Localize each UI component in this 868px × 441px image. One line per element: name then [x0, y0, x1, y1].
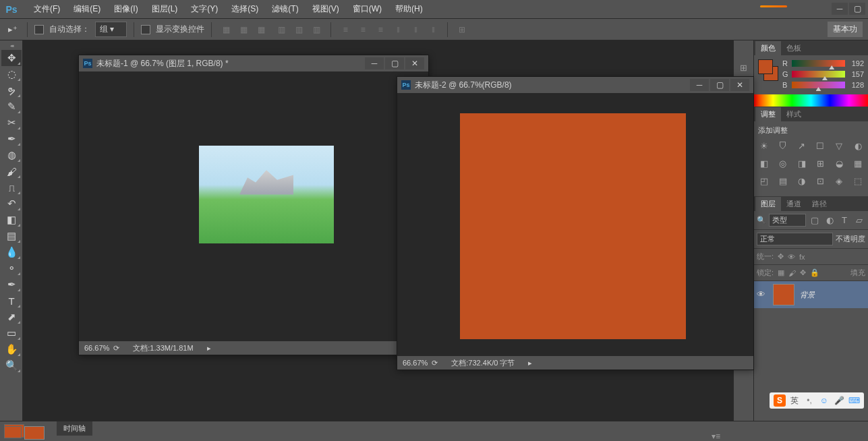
g-slider[interactable]: [792, 71, 845, 78]
move-tool[interactable]: ✥: [1, 50, 22, 66]
healing-brush-tool[interactable]: ◍: [1, 147, 22, 163]
shape-tool[interactable]: ▭: [1, 325, 22, 341]
align-right-edges-button[interactable]: ▥: [309, 23, 324, 36]
invert-icon[interactable]: ◒: [833, 157, 845, 169]
blend-mode-dropdown[interactable]: 正常: [757, 233, 833, 245]
rotate-icon[interactable]: ⟳: [113, 344, 119, 353]
lock-position-icon[interactable]: ✥: [800, 268, 806, 277]
menu-filter[interactable]: 滤镜(T): [265, 1, 305, 18]
distribute-top-button[interactable]: ≡: [338, 23, 353, 36]
filter-img-icon[interactable]: ▢: [809, 214, 821, 227]
workspace-selector[interactable]: 基本功: [828, 22, 863, 37]
dodge-tool[interactable]: ⚬: [1, 260, 22, 276]
layer-filter-dropdown[interactable]: 类型: [769, 214, 806, 227]
doc1-minimize-button[interactable]: ─: [365, 57, 384, 69]
vibrance-icon[interactable]: ▽: [833, 140, 845, 152]
tab-layers[interactable]: 图层: [755, 197, 781, 211]
ime-emoji-icon[interactable]: ☺: [818, 394, 830, 407]
doc2-titlebar[interactable]: Ps 未标题-2 @ 66.7%(RGB/8) ─ ▢ ✕: [397, 77, 753, 93]
eraser-tool[interactable]: ◧: [1, 212, 22, 228]
tab-channels[interactable]: 通道: [781, 197, 807, 211]
auto-select-dropdown[interactable]: 组 ▾: [95, 22, 127, 37]
marquee-tool[interactable]: ◌: [1, 66, 22, 82]
tab-swatches[interactable]: 色板: [781, 41, 807, 55]
lasso-tool[interactable]: ຯ: [1, 82, 22, 98]
channel-mixer-icon[interactable]: ◨: [796, 157, 808, 169]
ime-mic-icon[interactable]: 🎤: [833, 394, 845, 407]
r-slider[interactable]: [792, 60, 845, 67]
menu-layer[interactable]: 图层(L): [145, 1, 185, 18]
doc2-minimize-button[interactable]: ─: [690, 79, 709, 91]
document-window-1[interactable]: Ps 未标题-1 @ 66.7% (图层 1, RGB/8) * ─ ▢ ✕ 6…: [78, 55, 429, 355]
brightness-icon[interactable]: ☀: [758, 140, 770, 152]
layer-background[interactable]: 👁 背景: [754, 281, 868, 308]
brush-tool[interactable]: 🖌: [1, 163, 22, 179]
type-tool[interactable]: T: [1, 293, 22, 309]
menu-select[interactable]: 选择(S): [225, 1, 265, 18]
align-hcenter-button[interactable]: ▥: [291, 23, 306, 36]
doc1-zoom[interactable]: 66.67%: [84, 344, 109, 352]
doc2-close-button[interactable]: ✕: [730, 79, 749, 91]
menu-file[interactable]: 文件(F): [27, 1, 67, 18]
b-slider[interactable]: [792, 82, 845, 88]
b-value[interactable]: 128: [848, 81, 864, 89]
align-vcenter-button[interactable]: ▦: [236, 23, 251, 36]
distribute-right-button[interactable]: ⦀: [426, 23, 440, 36]
hand-tool[interactable]: ✋: [1, 341, 22, 357]
path-select-tool[interactable]: ⬈: [1, 309, 22, 325]
r-value[interactable]: 192: [848, 59, 864, 67]
ime-keyboard-icon[interactable]: ⌨: [848, 394, 860, 407]
eyedropper-tool[interactable]: ✒: [1, 131, 22, 147]
menu-view[interactable]: 视图(V): [306, 1, 346, 18]
filter-type-icon[interactable]: T: [838, 214, 850, 227]
rotate-icon[interactable]: ⟳: [432, 359, 438, 368]
menu-edit[interactable]: 编辑(E): [67, 1, 107, 18]
history-brush-tool[interactable]: ↶: [1, 196, 22, 212]
tab-styles[interactable]: 样式: [781, 107, 807, 121]
filmstrip-thumb[interactable]: [24, 426, 45, 440]
lock-transparency-icon[interactable]: ▦: [778, 268, 784, 277]
color-spectrum[interactable]: [754, 94, 868, 107]
gradient-map-icon[interactable]: ▤: [777, 175, 789, 187]
filter-adj-icon[interactable]: ◐: [823, 214, 836, 227]
menu-type[interactable]: 文字(Y): [184, 1, 225, 18]
bw-icon[interactable]: ◧: [758, 157, 770, 169]
distribute-vcenter-button[interactable]: ≡: [355, 23, 370, 36]
zoom-tool[interactable]: 🔍: [1, 357, 22, 374]
photo-filter-icon[interactable]: ◎: [777, 157, 789, 169]
distribute-hcenter-button[interactable]: ⦀: [408, 23, 423, 36]
doc1-maximize-button[interactable]: ▢: [385, 57, 404, 69]
align-bottom-edges-button[interactable]: ▦: [254, 23, 268, 36]
ime-bar[interactable]: S 英 •, ☺ 🎤 ⌨: [770, 392, 864, 409]
levels-icon[interactable]: ⛉: [777, 140, 789, 152]
selective-color-icon[interactable]: ◑: [796, 175, 808, 187]
clone-stamp-tool[interactable]: ⎍: [1, 179, 22, 196]
layer-visibility-icon[interactable]: 👁: [757, 289, 768, 300]
doc2-zoom[interactable]: 66.67%: [403, 359, 428, 367]
window-maximize-button[interactable]: ▢: [849, 3, 865, 15]
threshold-icon[interactable]: ◰: [758, 175, 770, 187]
doc2-canvas[interactable]: [397, 93, 753, 356]
g-value[interactable]: 157: [848, 70, 864, 78]
unify-style-icon[interactable]: fx: [799, 253, 805, 261]
document-window-2[interactable]: Ps 未标题-2 @ 66.7%(RGB/8) ─ ▢ ✕ 66.67%⟳ 文档…: [397, 76, 754, 370]
history-panel-icon[interactable]: ⊞: [737, 61, 751, 74]
top-slider[interactable]: [760, 5, 794, 12]
distribute-left-button[interactable]: ⦀: [390, 23, 405, 36]
posterize-icon[interactable]: ▦: [852, 157, 864, 169]
timeline-tab[interactable]: 时间轴: [57, 421, 92, 436]
play-icon[interactable]: ▸: [207, 344, 211, 353]
menu-window[interactable]: 窗口(W): [346, 1, 388, 18]
align-top-edges-button[interactable]: ▦: [219, 23, 233, 36]
unify-pos-icon[interactable]: ✥: [778, 252, 784, 261]
menu-image[interactable]: 图像(I): [107, 1, 144, 18]
crop-tool[interactable]: ✂: [1, 115, 22, 131]
gradient-tool[interactable]: ▤: [1, 228, 22, 244]
layer-thumbnail[interactable]: [773, 284, 794, 305]
auto-align-button[interactable]: ⊞: [455, 23, 469, 36]
exposure-icon[interactable]: ☐: [815, 140, 827, 152]
unify-vis-icon[interactable]: 👁: [788, 253, 795, 261]
ime-lang[interactable]: 英: [788, 394, 801, 407]
distribute-bottom-button[interactable]: ≡: [373, 23, 388, 36]
doc1-canvas[interactable]: [79, 71, 428, 341]
